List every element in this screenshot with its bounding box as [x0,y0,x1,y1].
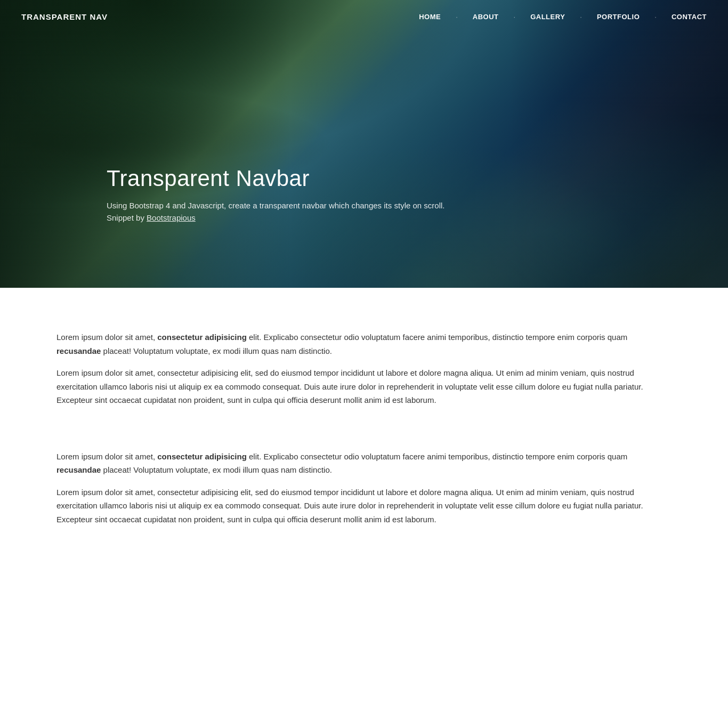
hero-content: Transparent Navbar Using Bootstrap 4 and… [107,166,445,224]
cb1-p1-bold2: recusandae [56,346,101,355]
nav-link-home[interactable]: HOME [419,13,441,21]
hero-author-link[interactable]: Bootstrapious [147,213,196,222]
hero-section: Transparent Navbar Using Bootstrap 4 and… [0,0,728,288]
hero-title: Transparent Navbar [107,166,445,191]
nav-item-portfolio: PORTFOLIO [597,12,640,21]
nav-separator-1: · [456,13,458,21]
hero-overlay [0,0,728,288]
hero-subtitle: Using Bootstrap 4 and Javascript, create… [107,200,445,224]
cb2-p1-middle: elit. Explicabo consectetur odio volupta… [247,452,628,461]
nav-link-contact[interactable]: CONTACT [672,13,707,21]
navbar-links: HOME · ABOUT · GALLERY · PORTFOLIO · CON… [419,12,707,21]
cb1-p1-bold1: consectetur adipisicing [157,333,247,342]
cb2-p1-bold1: consectetur adipisicing [157,452,247,461]
nav-separator-2: · [514,13,516,21]
cb1-p1-before: Lorem ipsum dolor sit amet, [56,333,157,342]
content-block-1-para1: Lorem ipsum dolor sit amet, consectetur … [56,330,672,358]
nav-link-gallery[interactable]: GALLERY [530,13,565,21]
cb2-p1-after: placeat! Voluptatum voluptate, ex modi i… [101,465,332,474]
navbar: TRANSPARENT NAV HOME · ABOUT · GALLERY ·… [0,0,728,33]
cb2-p1-bold2: recusandae [56,465,101,474]
hero-subtitle-text: Using Bootstrap 4 and Javascript, create… [107,201,445,210]
nav-item-home: HOME [419,12,441,21]
content-block-1: Lorem ipsum dolor sit amet, consectetur … [56,330,672,407]
cb1-p1-after: placeat! Voluptatum voluptate, ex modi i… [101,346,332,355]
hero-snippet-by: Snippet by [107,213,147,222]
navbar-brand[interactable]: TRANSPARENT NAV [21,12,108,21]
nav-separator-4: · [654,13,657,21]
content-section: Lorem ipsum dolor sit amet, consectetur … [0,288,728,611]
nav-item-contact: CONTACT [672,12,707,21]
cb2-p1-before: Lorem ipsum dolor sit amet, [56,452,157,461]
nav-link-about[interactable]: ABOUT [473,13,499,21]
nav-item-gallery: GALLERY [530,12,565,21]
content-block-2-para2: Lorem ipsum dolor sit amet, consectetur … [56,485,672,527]
nav-item-about: ABOUT [473,12,499,21]
content-block-2: Lorem ipsum dolor sit amet, consectetur … [56,450,672,527]
content-block-1-para2: Lorem ipsum dolor sit amet, consectetur … [56,366,672,407]
content-block-2-para1: Lorem ipsum dolor sit amet, consectetur … [56,450,672,477]
cb1-p1-middle: elit. Explicabo consectetur odio volupta… [247,333,628,342]
nav-link-portfolio[interactable]: PORTFOLIO [597,13,640,21]
nav-separator-3: · [580,13,582,21]
